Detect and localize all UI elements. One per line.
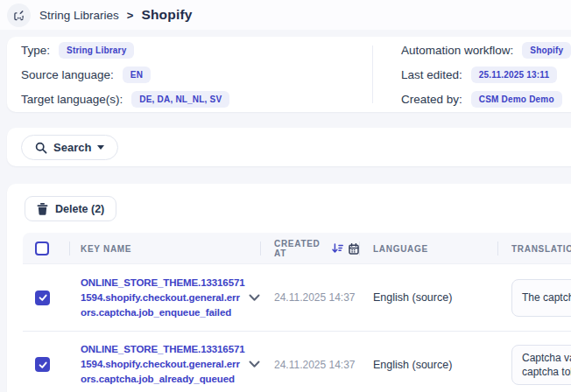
detail-label: Automation workflow: (401, 44, 513, 57)
chevron-down-icon[interactable] (249, 360, 260, 368)
column-header-created-at[interactable]: CREATED AT (260, 233, 359, 264)
detail-label: Source language: (21, 68, 114, 81)
search-button[interactable]: Search (21, 135, 118, 160)
trash-icon (37, 203, 48, 215)
table-header-row: KEY NAME CREATED AT (23, 233, 571, 264)
detail-label: Target language(s): (21, 93, 123, 106)
detail-label: Type: (21, 44, 50, 57)
target-languages-badge: DE, DA, NL_NL, SV (131, 91, 229, 108)
string-library-icon (7, 4, 31, 27)
detail-label: Created by: (401, 93, 462, 106)
header-checkbox-cell (23, 242, 69, 256)
translation-text-field[interactable]: Captcha va captcha tok (511, 345, 571, 385)
checkmark-icon (38, 360, 48, 370)
row-checkbox-checked[interactable] (35, 357, 50, 372)
page: String Libraries > Shopify Type: String … (0, 0, 571, 392)
calendar-icon[interactable] (349, 243, 359, 255)
translation-text-line: The captcha (522, 290, 571, 304)
row-checkbox-cell (23, 290, 69, 305)
table-row: ONLINE_STORE_THEME.133165711594.shopify.… (23, 264, 571, 331)
caret-down-icon (97, 145, 104, 150)
search-icon (35, 142, 47, 154)
key-name-link[interactable]: ONLINE_STORE_THEME.133165711594.shopify.… (81, 276, 245, 320)
key-name-link[interactable]: ONLINE_STORE_THEME.133165711594.shopify.… (81, 342, 245, 387)
search-toolbar-card: Search (7, 128, 571, 166)
key-name-cell: ONLINE_STORE_THEME.133165711594.shopify.… (69, 276, 260, 320)
checkmark-icon (38, 292, 48, 303)
created-by-badge: CSM Demo Demo (471, 91, 562, 108)
row-checkbox-checked[interactable] (35, 290, 50, 305)
keys-table-card: Delete (2) KEY NAME CREATED AT (7, 184, 571, 392)
column-header-key-name[interactable]: KEY NAME (69, 233, 260, 264)
created-at-cell: 24.11.2025 14:37 (260, 291, 359, 304)
detail-source-language: Source language: EN (21, 66, 229, 83)
created-at-cell: 24.11.2025 14:37 (260, 359, 359, 371)
keys-table: KEY NAME CREATED AT (23, 233, 571, 392)
key-name-cell: ONLINE_STORE_THEME.133165711594.shopify.… (69, 342, 260, 387)
library-details-card: Type: String Library Source language: EN… (7, 37, 571, 112)
detail-type: Type: String Library (21, 42, 229, 59)
breadcrumb-separator-icon: > (127, 9, 134, 22)
details-left-column: Type: String Library Source language: EN… (21, 37, 229, 112)
column-header-translations[interactable]: TRANSLATIONS (497, 233, 571, 264)
sort-descending-icon[interactable] (332, 243, 343, 254)
detail-automation-workflow: Automation workflow: Shopify (401, 42, 571, 59)
delete-selected-button[interactable]: Delete (2) (25, 196, 116, 221)
select-all-checkbox[interactable] (35, 242, 49, 256)
type-badge: String Library (59, 42, 134, 59)
translations-cell: Captcha va captcha tok (497, 345, 571, 385)
delete-button-label: Delete (2) (55, 203, 104, 215)
table-row: ONLINE_STORE_THEME.133165711594.shopify.… (23, 331, 571, 392)
translation-text-line: Captcha va (522, 351, 571, 365)
translations-cell: The captcha (497, 279, 571, 317)
details-right-column: Automation workflow: Shopify Last edited… (401, 37, 571, 112)
last-edited-badge: 25.11.2025 13:11 (471, 66, 558, 83)
column-header-language[interactable]: LANGUAGE (359, 233, 497, 264)
translation-text-line: captcha tok (522, 365, 571, 379)
language-cell: English (source) (359, 291, 497, 304)
row-checkbox-cell (23, 357, 69, 372)
detail-created-by: Created by: CSM Demo Demo (401, 91, 571, 108)
detail-last-edited: Last edited: 25.11.2025 13:11 (401, 66, 571, 83)
detail-label: Last edited: (401, 68, 462, 81)
translation-text-field[interactable]: The captcha (511, 279, 571, 317)
details-divider (372, 46, 373, 103)
language-cell: English (source) (359, 359, 497, 371)
page-title: Shopify (141, 7, 192, 23)
detail-target-languages: Target language(s): DE, DA, NL_NL, SV (21, 91, 229, 108)
source-language-badge: EN (123, 66, 151, 83)
workflow-badge: Shopify (522, 42, 571, 59)
top-bar: String Libraries > Shopify (0, 0, 571, 30)
chevron-down-icon[interactable] (249, 294, 260, 302)
breadcrumb-root-link[interactable]: String Libraries (39, 9, 119, 22)
search-button-label: Search (53, 141, 91, 154)
